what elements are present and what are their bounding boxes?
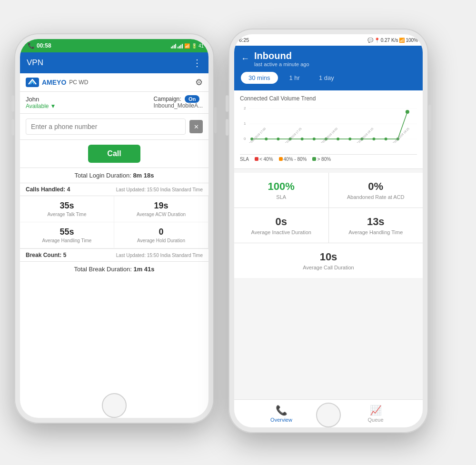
phone1-home-button[interactable] — [102, 393, 127, 418]
svg-point-13 — [337, 138, 339, 140]
wifi-icon: 📶 — [184, 43, 190, 49]
phone1-frame: 📞 00:58 — [14, 33, 214, 424]
metric-cell-sla: 100% SLA — [234, 173, 328, 208]
sla-item-high: > 80% — [312, 157, 331, 162]
time-tabs: 30 mins 1 hr 1 day — [241, 72, 416, 84]
bar7 — [180, 45, 181, 49]
vpn-menu-icon[interactable]: ⋮ — [192, 57, 202, 69]
status-icons2: 💬 📍 0.27 K/s 📶 100% — [367, 38, 418, 43]
svg-point-16 — [372, 138, 375, 140]
metric-label-handling: Average Handling Time — [335, 229, 417, 235]
stat-label-1: Average ACW Duration — [120, 212, 202, 217]
svg-point-17 — [385, 138, 387, 140]
stats-grid: 35s Average Talk Time 19s Average ACW Du… — [20, 196, 208, 249]
total-login: Total Login Duration: 8m 18s — [20, 168, 208, 183]
phone-input-row: ✕ — [20, 114, 208, 140]
metric-label-abandoned: Abandoned Rate at ACD — [335, 194, 417, 200]
scene: 📞 00:58 — [0, 0, 476, 465]
phone2-vol-down[interactable] — [226, 119, 228, 136]
svg-point-10 — [301, 138, 304, 140]
call-icon: 📞 — [28, 42, 35, 49]
phone2-vol-up[interactable] — [226, 95, 228, 112]
tab-1hr[interactable]: 1 hr — [282, 72, 307, 84]
bar6 — [179, 46, 180, 49]
stat-value-0: 35s — [26, 201, 108, 211]
phone1-vol-up[interactable] — [11, 95, 14, 112]
whatsapp-icon: 💬 — [367, 38, 373, 43]
status-icons: 📶 🔋 41 — [171, 43, 204, 49]
overview-label: Overview — [270, 417, 292, 423]
call-btn-row: Call — [20, 140, 208, 168]
settings-icon[interactable]: ⚙ — [195, 77, 203, 88]
back-button[interactable]: ← — [241, 54, 249, 64]
ameyo-sub: PC WD — [69, 79, 88, 86]
svg-text:22/05/2019 18:00: 22/05/2019 18:00 — [320, 127, 338, 143]
stat-value-2: 55s — [26, 227, 108, 237]
stat-label-0: Average Talk Time — [26, 212, 108, 217]
phone2-power[interactable] — [428, 105, 431, 131]
metric-label-sla: SLA — [240, 194, 323, 200]
battery-value: 41 — [198, 43, 204, 49]
metric-cell-handling: 13s Average Handling Time — [329, 208, 423, 243]
clear-button[interactable]: ✕ — [189, 120, 203, 133]
svg-point-14 — [348, 138, 351, 140]
bar3 — [174, 45, 175, 49]
tab-1day[interactable]: 1 day — [311, 72, 342, 84]
svg-text:22/05/2019 18:15: 22/05/2019 18:15 — [356, 127, 374, 143]
phone1-power[interactable] — [214, 107, 217, 133]
inbound-header: ← Inbound last active a minute ago 30 mi… — [234, 46, 423, 90]
tab-30mins[interactable]: 30 mins — [241, 72, 278, 84]
last-updated-1: Last Updated: 15:50 India Standard Time — [116, 187, 203, 192]
stat-cell-2: 55s Average Handling Time — [20, 222, 114, 248]
svg-text:22/05/2019 17:00: 22/05/2019 17:00 — [248, 127, 267, 143]
stat-label-3: Average Hold Duration — [120, 238, 202, 243]
battery-text2: 100% — [406, 38, 418, 43]
ameyo-logo-icon — [26, 78, 39, 87]
phone-input[interactable] — [26, 119, 186, 135]
total-break: Total Break Duration: 1m 41s — [20, 262, 208, 277]
campaign-info: Campaign: On Inbound_MobileA... — [154, 96, 203, 109]
svg-text:0: 0 — [244, 137, 246, 141]
sla-item-mid: 40% - 80% — [279, 157, 307, 162]
nav-queue[interactable]: 📈 Queue — [328, 400, 423, 427]
dropdown-arrow[interactable]: ▼ — [50, 103, 56, 109]
legend-red — [255, 157, 258, 161]
phone2-frame: 6:25 💬 📍 0.27 K/s 📶 100% ← Inbound — [228, 29, 428, 433]
user-info: John Available ▼ — [26, 96, 56, 109]
ameyo-svg — [27, 79, 38, 86]
queue-icon: 📈 — [370, 405, 382, 416]
stat-cell-0: 35s Average Talk Time — [20, 196, 114, 222]
status-bar1: 📞 00:58 — [20, 39, 208, 52]
metrics-grid: 100% SLA 0% Abandoned Rate at ACD 0s Ave… — [234, 173, 423, 243]
call-button[interactable]: Call — [88, 145, 140, 163]
phone2-home-button[interactable] — [316, 403, 341, 427]
ameyo-logo: AMEYO PC WD — [26, 78, 88, 87]
svg-text:1: 1 — [244, 121, 246, 126]
user-row: John Available ▼ Campaign: On Inbound_Mo… — [20, 92, 208, 114]
stat-cell-1: 19s Average ACW Duration — [114, 196, 208, 222]
svg-point-11 — [313, 138, 316, 140]
bar2 — [172, 46, 173, 49]
metric-label-inactive: Average Inactive Duration — [240, 229, 323, 235]
svg-point-7 — [265, 138, 268, 140]
nav-overview[interactable]: 📞 Overview — [234, 400, 328, 427]
metric-value-handling: 13s — [335, 216, 417, 228]
calls-handled-row: Calls Handled: 4 Last Updated: 15:50 Ind… — [20, 183, 208, 196]
queue-label: Queue — [367, 417, 383, 423]
user-status: Available ▼ — [26, 103, 56, 109]
bar4 — [175, 44, 176, 49]
metric-value-abandoned: 0% — [335, 180, 417, 193]
metric-cell-call-duration: 10s Average Call Duration — [234, 243, 423, 278]
metric-cell-abandoned: 0% Abandoned Rate at ACD — [329, 173, 423, 208]
vpn-title: VPN — [27, 58, 43, 68]
ameyo-bar: AMEYO PC WD ⚙ — [20, 73, 208, 92]
campaign-label-row: Campaign: On — [154, 96, 203, 102]
svg-point-19 — [406, 110, 409, 114]
phone1-vol-down[interactable] — [11, 119, 14, 136]
bar8 — [182, 44, 183, 49]
break-row: Break Count: 5 Last Updated: 15:50 India… — [20, 249, 208, 262]
sla-legend: SLA < 40% 40% - 80% > 80% — [240, 154, 417, 164]
svg-text:2: 2 — [244, 106, 246, 110]
chart-title: Connected Call Volume Trend — [240, 95, 417, 102]
user-name: John — [26, 96, 56, 103]
